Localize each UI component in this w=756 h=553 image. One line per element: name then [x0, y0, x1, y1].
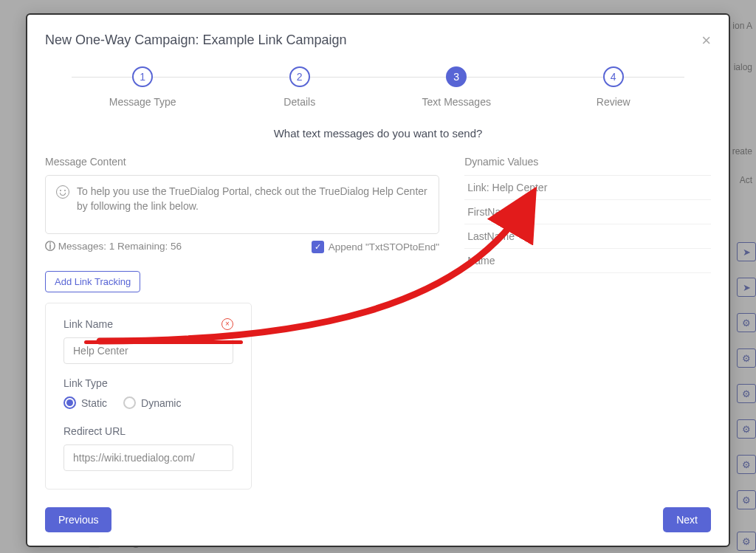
- question-heading: What text messages do you want to send?: [27, 127, 729, 140]
- radio-static[interactable]: Static: [63, 396, 107, 409]
- add-link-tracking-button[interactable]: Add Link Tracking: [45, 271, 140, 292]
- step-review[interactable]: 4 Review: [535, 66, 693, 108]
- dynamic-value-item[interactable]: Name: [464, 249, 711, 273]
- step-label: Details: [284, 96, 315, 108]
- campaign-modal: New One-Way Campaign: Example Link Campa…: [26, 13, 730, 547]
- radio-icon: [123, 396, 136, 409]
- message-counter: ⓘ Messages: 1 Remaining: 56: [45, 240, 182, 253]
- emoji-icon[interactable]: [56, 185, 69, 199]
- message-textarea[interactable]: To help you use the TrueDialog Portal, c…: [45, 175, 439, 234]
- step-number: 3: [446, 66, 467, 87]
- modal-title: New One-Way Campaign: Example Link Campa…: [45, 32, 347, 48]
- dynamic-value-item[interactable]: Link: Help Center: [464, 176, 711, 200]
- append-label: Append "TxtSTOPtoEnd": [329, 241, 439, 253]
- stepper: 1 Message Type 2 Details 3 Text Messages…: [27, 59, 729, 127]
- step-label: Message Type: [109, 96, 176, 108]
- redirect-url-label: Redirect URL: [63, 425, 233, 437]
- remove-link-icon[interactable]: ×: [221, 318, 233, 330]
- next-button[interactable]: Next: [663, 507, 711, 532]
- link-type-label: Link Type: [63, 377, 233, 389]
- step-number: 4: [603, 66, 624, 87]
- step-number: 2: [289, 66, 310, 87]
- dynamic-values-list: Link: Help Center FirstName LastName Nam…: [464, 175, 711, 273]
- close-icon[interactable]: ×: [701, 32, 711, 49]
- message-content-label: Message Content: [45, 156, 439, 168]
- append-checkbox-wrap[interactable]: ✓ Append "TxtSTOPtoEnd": [312, 241, 439, 253]
- link-name-label: Link Name: [63, 318, 113, 330]
- message-text: To help you use the TrueDialog Portal, c…: [77, 185, 428, 213]
- info-icon: ⓘ: [45, 241, 58, 252]
- step-number: 1: [132, 66, 153, 87]
- step-label: Review: [597, 96, 630, 108]
- checkbox-icon[interactable]: ✓: [312, 241, 324, 253]
- step-text-messages[interactable]: 3 Text Messages: [378, 66, 535, 108]
- step-label: Text Messages: [422, 96, 491, 108]
- dynamic-value-item[interactable]: FirstName: [464, 200, 711, 224]
- radio-icon: [63, 396, 76, 409]
- dynamic-values-label: Dynamic Values: [464, 156, 711, 168]
- radio-dynamic[interactable]: Dynamic: [123, 396, 181, 409]
- previous-button[interactable]: Previous: [45, 507, 111, 532]
- redirect-url-input[interactable]: [63, 444, 233, 471]
- step-details[interactable]: 2 Details: [221, 66, 379, 108]
- step-message-type[interactable]: 1 Message Type: [64, 66, 221, 108]
- dynamic-value-item[interactable]: LastName: [464, 224, 711, 249]
- link-tracking-panel: Link Name × Link Type Static Dynamic: [45, 303, 252, 490]
- annotation-underline: [84, 340, 243, 344]
